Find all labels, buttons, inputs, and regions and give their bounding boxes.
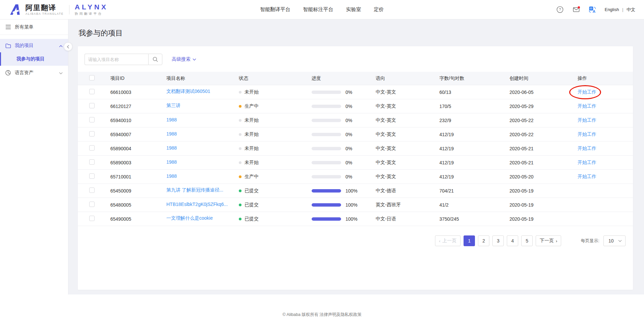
cell-created-date: 2020-05-19 [509,202,578,208]
start-work-link[interactable]: 开始工作 [578,131,596,137]
row-checkbox[interactable] [89,216,95,221]
row-checkbox[interactable] [89,131,95,137]
status-text: 未开始 [245,131,259,138]
project-name-link[interactable]: 1988 [166,159,177,165]
sidebar-collapse-button[interactable] [64,42,72,51]
pagination-prev-button[interactable]: ‹上一页 [435,235,461,246]
row-checkbox[interactable] [89,173,95,179]
status-dot-icon [239,175,241,178]
cell-language-pair: 中文-日语 [376,216,439,222]
col-created-date: 创建时间 [509,75,578,82]
sidebar-item-my-projects[interactable]: 我的项目 [0,39,68,52]
progress-bar [312,175,341,178]
status-text: 生产中 [245,174,259,180]
project-name-link[interactable]: 一文理解什么是cookie [166,215,213,221]
help-icon[interactable]: ? [556,6,564,13]
per-page-label: 每页显示: [581,238,599,244]
main-content: 我参与的项目 高级搜索 项目ID 项目名称 状态 进度 语向 [68,19,644,294]
cell-language-pair: 英文-西班牙 [376,202,439,208]
status-text: 未开始 [245,160,259,166]
cell-created-date: 2020-05-21 [509,160,578,165]
cell-project-id: 65890003 [110,160,166,165]
cell-language-pair: 中文-德语 [376,188,439,194]
sidebar-item-language-assets[interactable]: 语言资产 [0,66,68,79]
row-checkbox[interactable] [89,202,95,207]
project-name-link[interactable]: 1988 [166,145,177,151]
chevron-left-icon: ‹ [439,238,440,243]
status-text: 生产中 [245,103,259,109]
pagination-page-4[interactable]: 4 [507,235,518,246]
logo-divider [69,5,69,14]
sidebar-item-all-menu[interactable]: 所有菜单 [0,19,68,35]
progress-label: 0% [345,160,352,165]
cell-word-count: 704/21 [439,188,509,194]
cell-word-count: 60/13 [439,90,509,95]
chevron-down-icon [618,240,622,242]
lang-english[interactable]: English [605,7,619,12]
product-name: ALYNX [75,3,108,11]
nav-lab[interactable]: 实验室 [346,6,361,13]
pagination-page-1[interactable]: 1 [464,235,475,246]
cell-created-date: 2020-05-29 [509,104,578,109]
row-checkbox[interactable] [89,103,95,108]
project-name-link[interactable]: 文档翻译测试060501 [166,89,210,95]
nav-smart-annotation[interactable]: 智能标注平台 [303,6,333,13]
pie-clock-icon [5,70,11,76]
row-checkbox[interactable] [89,145,95,151]
sidebar-item-label: 所有菜单 [15,24,34,30]
nav-smart-translate[interactable]: 智能翻译平台 [260,6,290,13]
cell-project-id: 65450009 [110,188,166,194]
row-checkbox[interactable] [89,89,95,94]
select-all-checkbox[interactable] [89,75,95,80]
progress-bar [312,147,341,150]
table-row: 66120127 第三讲 生产中 0% 中文-英文 170/5 2020-05-… [78,99,633,113]
advanced-search-link[interactable]: 高级搜索 [172,56,196,62]
project-name-link[interactable]: 1988 [166,131,177,137]
start-work-link[interactable]: 开始工作 [578,146,596,151]
lang-chinese[interactable]: 中文 [627,7,635,12]
status-dot-icon [239,204,241,206]
pagination-page-3[interactable]: 3 [492,235,504,246]
pagination-page-2[interactable]: 2 [478,235,489,246]
project-name-link[interactable]: HTB18EslbkT2gK0jSZFkq6... [166,202,228,207]
progress-label: 0% [345,132,352,137]
copyright-text[interactable]: © Alibaba 版权所有 法律声明及隐私权政策 [282,312,362,317]
search-button[interactable] [148,54,162,65]
project-name-link[interactable]: 1988 [166,117,177,122]
col-progress: 进度 [312,75,376,82]
mail-icon[interactable] [573,6,580,13]
per-page-select[interactable]: 10 [603,235,626,246]
cell-word-count: 3750/245 [439,216,509,222]
logo[interactable]: 阿里翻译 ALIBABA TRANSLATE ALYNX 协同翻译平台 [9,3,108,16]
start-work-link[interactable]: 开始工作 [578,117,596,123]
cell-project-id: 65710001 [110,174,166,179]
cell-project-id: 65890004 [110,146,166,151]
product-subtitle: 协同翻译平台 [75,12,108,16]
row-checkbox[interactable] [89,117,95,122]
cell-word-count: 41/2 [439,202,509,208]
cell-word-count: 412/19 [439,160,509,165]
cell-created-date: 2020-05-20 [509,174,578,179]
project-name-link[interactable]: 第三讲 [166,103,180,109]
translate-icon[interactable]: 中 A [589,6,596,13]
project-name-link[interactable]: 第九讲 了解新冠传播途径... [166,187,223,193]
row-checkbox[interactable] [89,159,95,165]
header-right: ? 中 A English | 中文 [556,6,635,13]
nav-pricing[interactable]: 定价 [374,6,384,13]
sidebar-item-my-participated-projects[interactable]: 我参与的项目 [0,52,68,66]
start-work-link[interactable]: 开始工作 [578,174,596,179]
pagination-next-button[interactable]: 下一页› [536,235,561,246]
start-work-link[interactable]: 开始工作 [578,160,596,165]
table-row: 65480005 HTB18EslbkT2gK0jSZFkq6... 已提交 1… [78,198,633,212]
pagination-page-5[interactable]: 5 [521,235,533,246]
table-row: 66610003 文档翻译测试060501 未开始 0% 中文-英文 60/13… [78,85,633,99]
row-checkbox[interactable] [89,187,95,193]
progress-label: 0% [345,90,352,95]
progress-bar [312,217,341,221]
start-work-link[interactable]: 开始工作 [578,89,596,95]
start-work-link[interactable]: 开始工作 [578,103,596,109]
pagination: ‹上一页 1 2 3 4 5 下一页› 每页显示: 10 [78,226,633,246]
search-input[interactable] [85,54,148,65]
sidebar: 所有菜单 我的项目 我参与的项目 语言资产 [0,19,68,294]
project-name-link[interactable]: 1988 [166,173,177,179]
